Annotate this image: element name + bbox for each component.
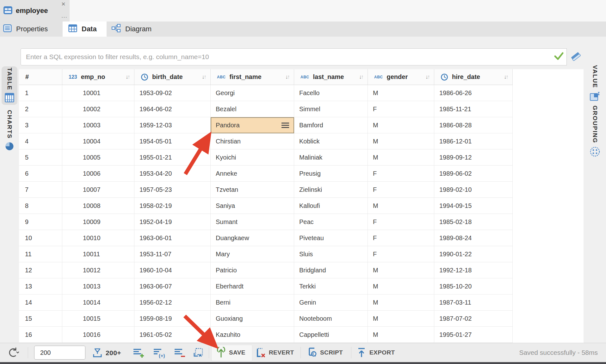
grid-cell[interactable]: Berni xyxy=(211,294,294,311)
grid-cell[interactable]: 1990-01-22 xyxy=(434,246,513,262)
grid-cell[interactable]: 10001 xyxy=(62,85,134,101)
grid-cell[interactable]: Saniya xyxy=(211,198,294,214)
row-number-cell[interactable]: 8 xyxy=(19,198,62,214)
grid-cell[interactable]: 10005 xyxy=(62,149,134,166)
grid-cell[interactable]: Maliniak xyxy=(294,149,368,166)
grid-cell[interactable]: 1986-06-26 xyxy=(434,85,513,101)
delete-row-button[interactable] xyxy=(174,348,186,358)
grid-cell[interactable]: 1960-10-04 xyxy=(134,262,211,278)
grid-cell[interactable]: Peac xyxy=(294,214,368,230)
sort-icon[interactable]: ↓↑ xyxy=(126,74,130,80)
grid-cell[interactable]: Patricio xyxy=(211,262,294,278)
revert-button[interactable]: REVERT xyxy=(254,347,294,358)
grid-cell[interactable]: Terkki xyxy=(294,278,368,294)
grid-cell[interactable]: F xyxy=(368,214,434,230)
grid-cell[interactable]: 1985-02-18 xyxy=(434,214,513,230)
grid-cell[interactable]: Sumant xyxy=(211,214,294,230)
column-header-hire_date[interactable]: hire_date↓↑ xyxy=(434,69,513,85)
tab-employee[interactable]: employee × … xyxy=(0,0,70,21)
cell-menu-icon[interactable] xyxy=(281,123,289,128)
grid-cell[interactable]: 1963-06-07 xyxy=(134,278,211,294)
grid-cell[interactable]: 1956-02-12 xyxy=(134,294,211,311)
selected-cell[interactable]: Pandora xyxy=(211,117,294,133)
refresh-button[interactable] xyxy=(7,347,19,358)
grid-cell[interactable]: F xyxy=(368,101,434,117)
grid-cell[interactable]: Eberhardt xyxy=(211,278,294,294)
column-header-emp_no[interactable]: 123emp_no↓↑ xyxy=(62,69,134,85)
fetch-all-button[interactable]: 200+ xyxy=(92,348,121,358)
grid-cell[interactable]: 1957-05-23 xyxy=(134,182,211,198)
grid-cell[interactable]: 1995-01-27 xyxy=(434,327,513,343)
sort-icon[interactable]: ↓↑ xyxy=(359,74,364,80)
grid-cell[interactable]: M xyxy=(368,262,434,278)
row-number-cell[interactable]: 12 xyxy=(19,262,62,278)
column-header-birth_date[interactable]: birth_date↓↑ xyxy=(134,69,211,85)
grid-cell[interactable]: Sluis xyxy=(294,246,368,262)
grid-cell[interactable]: 1953-04-20 xyxy=(134,166,211,182)
tab-properties[interactable]: Properties xyxy=(0,21,63,37)
grid-cell[interactable]: 1985-11-21 xyxy=(434,101,513,117)
export-button[interactable]: EXPORT xyxy=(356,347,395,358)
grid-cell[interactable]: 1955-01-21 xyxy=(134,149,211,166)
grid-cell[interactable]: 1986-12-01 xyxy=(434,133,513,149)
grid-cell[interactable]: Koblick xyxy=(294,133,368,149)
column-header-rownum[interactable]: # xyxy=(19,69,62,85)
grid-cell[interactable]: 1989-06-02 xyxy=(434,166,513,182)
grid-cell[interactable]: 10015 xyxy=(62,311,134,327)
grid-cell[interactable]: 10010 xyxy=(62,230,134,246)
save-button[interactable]: SAVE xyxy=(216,347,245,358)
grid-cell[interactable]: Bezalel xyxy=(211,101,294,117)
grid-cell[interactable]: 1952-04-19 xyxy=(134,214,211,230)
tab-diagram[interactable]: Diagram xyxy=(107,21,151,37)
row-number-cell[interactable]: 11 xyxy=(19,246,62,262)
sort-icon[interactable]: ↓↑ xyxy=(285,74,290,80)
close-icon[interactable]: × xyxy=(61,1,65,8)
grid-cell[interactable]: M xyxy=(368,149,434,166)
grid-cell[interactable]: 1959-08-19 xyxy=(134,311,211,327)
grid-cell[interactable]: 10016 xyxy=(62,327,134,343)
row-number-cell[interactable]: 3 xyxy=(19,117,62,133)
clear-filter-button[interactable] xyxy=(569,51,583,63)
grid-cell[interactable]: Mary xyxy=(211,246,294,262)
grid-cell[interactable]: 10012 xyxy=(62,262,134,278)
grid-cell[interactable]: M xyxy=(368,117,434,133)
sort-icon[interactable]: ↓↑ xyxy=(202,74,207,80)
row-number-cell[interactable]: 9 xyxy=(19,214,62,230)
fetch-size-input[interactable]: 200 xyxy=(34,346,85,360)
grid-cell[interactable]: Chirstian xyxy=(211,133,294,149)
grid-cell[interactable]: 1985-10-20 xyxy=(434,278,513,294)
duplicate-row-button[interactable]: (+) xyxy=(153,348,166,358)
grid-cell[interactable]: M xyxy=(368,133,434,149)
grid-cell[interactable]: 1958-02-19 xyxy=(134,198,211,214)
apply-filter-button[interactable] xyxy=(551,48,567,65)
grid-cell[interactable]: 1989-08-24 xyxy=(434,230,513,246)
grid-cell[interactable]: M xyxy=(368,294,434,311)
grid-cell[interactable]: 1953-09-02 xyxy=(134,85,211,101)
row-number-cell[interactable]: 7 xyxy=(19,182,62,198)
grid-cell[interactable]: 10013 xyxy=(62,278,134,294)
grid-cell[interactable]: M xyxy=(368,85,434,101)
grid-cell[interactable]: M xyxy=(368,198,434,214)
tab-data[interactable]: Data xyxy=(63,21,107,37)
grid-cell[interactable]: 1961-05-02 xyxy=(134,327,211,343)
grid-cell[interactable]: Kazuhito xyxy=(211,327,294,343)
grid-cell[interactable]: Facello xyxy=(294,85,368,101)
row-number-cell[interactable]: 1 xyxy=(19,85,62,101)
grid-cell[interactable]: 1959-12-03 xyxy=(134,117,211,133)
grid-cell[interactable]: Preusig xyxy=(294,166,368,182)
grid-cell[interactable]: 1953-11-07 xyxy=(134,246,211,262)
grid-cell[interactable]: 10002 xyxy=(62,101,134,117)
add-row-button[interactable] xyxy=(133,348,145,358)
grid-cell[interactable]: 1994-09-15 xyxy=(434,198,513,214)
grid-cell[interactable]: Tzvetan xyxy=(211,182,294,198)
grid-cell[interactable]: 1954-05-01 xyxy=(134,133,211,149)
row-number-cell[interactable]: 5 xyxy=(19,149,62,166)
grid-cell[interactable]: F xyxy=(368,230,434,246)
grid-cell[interactable]: M xyxy=(368,278,434,294)
grid-cell[interactable]: Piveteau xyxy=(294,230,368,246)
grid-cell[interactable]: M xyxy=(368,327,434,343)
grid-cell[interactable]: F xyxy=(368,166,434,182)
grid-cell[interactable]: Zielinski xyxy=(294,182,368,198)
sort-icon[interactable]: ↓↑ xyxy=(425,74,430,80)
column-header-gender[interactable]: ABCgender↓↑ xyxy=(368,69,434,85)
